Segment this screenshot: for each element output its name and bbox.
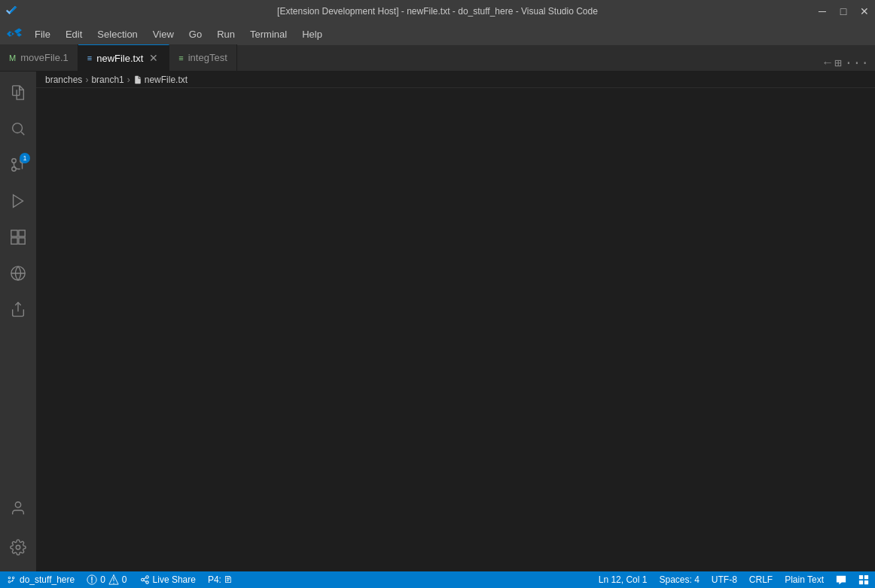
more-actions-button[interactable]: ··· bbox=[845, 56, 869, 71]
maximize-button[interactable]: □ bbox=[839, 7, 848, 16]
svg-point-2 bbox=[12, 159, 17, 163]
tab-icon-integtest: ≡ bbox=[178, 53, 183, 62]
menu-selection[interactable]: Selection bbox=[91, 27, 143, 41]
activity-accounts[interactable] bbox=[0, 490, 36, 526]
menu-bar: File Edit Selection View Go Run Terminal… bbox=[0, 23, 875, 45]
breadcrumb: branches › branch1 › newFile.txt bbox=[36, 72, 875, 88]
status-line-ending[interactable]: CRLF bbox=[743, 571, 779, 588]
activity-settings[interactable] bbox=[0, 529, 36, 565]
svg-rect-7 bbox=[19, 230, 25, 236]
activity-run-debug[interactable] bbox=[0, 183, 36, 219]
nav-back-button[interactable]: ← bbox=[824, 56, 831, 70]
breadcrumb-file[interactable]: newFile.txt bbox=[133, 75, 188, 85]
svg-rect-0 bbox=[13, 86, 20, 96]
warning-count: 0 bbox=[122, 574, 127, 585]
status-errors[interactable]: 0 0 bbox=[81, 571, 133, 588]
cursor-position: Ln 12, Col 1 bbox=[599, 574, 648, 585]
activity-remote-explorer[interactable] bbox=[0, 255, 36, 291]
status-bar-left: do_stuff_here 0 0 Live Share P4: 🖹 bbox=[0, 571, 239, 588]
main-layout: 1 bbox=[0, 72, 875, 571]
activity-extensions[interactable] bbox=[0, 219, 36, 255]
editor-layout-button[interactable]: ⊞ bbox=[834, 56, 842, 71]
breadcrumb-branches[interactable]: branches bbox=[45, 75, 82, 85]
svg-rect-6 bbox=[11, 230, 17, 236]
branch-name: do_stuff_here bbox=[20, 574, 75, 585]
menu-go[interactable]: Go bbox=[183, 27, 208, 41]
activity-bottom bbox=[0, 490, 36, 571]
line-numbers bbox=[36, 91, 74, 568]
activity-explorer[interactable] bbox=[0, 75, 36, 111]
title-bar-controls: ─ □ ✕ bbox=[818, 7, 869, 16]
menu-help[interactable]: Help bbox=[296, 27, 328, 41]
status-language[interactable]: Plain Text bbox=[779, 571, 830, 588]
status-branch[interactable]: do_stuff_here bbox=[0, 571, 81, 588]
status-cursor[interactable]: Ln 12, Col 1 bbox=[593, 571, 654, 588]
activity-source-control[interactable]: 1 bbox=[0, 147, 36, 183]
vscode-logo bbox=[6, 5, 18, 17]
menu-edit[interactable]: Edit bbox=[59, 27, 88, 41]
svg-rect-18 bbox=[859, 575, 863, 579]
svg-point-12 bbox=[15, 502, 20, 507]
menu-file[interactable]: File bbox=[29, 27, 56, 41]
svg-rect-8 bbox=[11, 238, 17, 244]
tab-newfile[interactable]: ≡ newFile.txt ✕ bbox=[78, 44, 170, 71]
svg-rect-19 bbox=[864, 575, 868, 579]
title-bar: [Extension Development Host] - newFile.t… bbox=[0, 0, 875, 23]
editor-actions: ← ⊞ ··· bbox=[818, 56, 875, 71]
tab-icon-newfile: ≡ bbox=[87, 53, 92, 62]
status-bar-right: Ln 12, Col 1 Spaces: 4 UTF-8 CRLF Plain … bbox=[593, 571, 875, 588]
error-count: 0 bbox=[100, 574, 105, 585]
minimize-button[interactable]: ─ bbox=[818, 7, 827, 16]
svg-point-1 bbox=[13, 123, 23, 133]
activity-liveshare[interactable] bbox=[0, 291, 36, 328]
title-bar-title: [Extension Development Host] - newFile.t… bbox=[277, 6, 598, 17]
svg-point-13 bbox=[16, 545, 20, 550]
menu-terminal[interactable]: Terminal bbox=[244, 27, 293, 41]
status-position-indicator[interactable]: P4: 🖹 bbox=[202, 571, 239, 588]
breadcrumb-sep-1: › bbox=[85, 75, 88, 85]
status-encoding[interactable]: UTF-8 bbox=[706, 571, 743, 588]
spaces-label: Spaces: 4 bbox=[659, 574, 699, 585]
tab-bar: M moveFile.1 ≡ newFile.txt ✕ ≡ integTest… bbox=[0, 45, 875, 72]
svg-point-15 bbox=[141, 578, 144, 581]
svg-point-16 bbox=[145, 576, 148, 579]
position-label: P4: 🖹 bbox=[208, 574, 233, 585]
menu-run[interactable]: Run bbox=[211, 27, 241, 41]
svg-rect-20 bbox=[859, 580, 863, 584]
menu-view[interactable]: View bbox=[147, 27, 180, 41]
editor-area: branches › branch1 › newFile.txt bbox=[36, 72, 875, 571]
source-control-badge: 1 bbox=[20, 153, 30, 163]
tab-label-newfile: newFile.txt bbox=[96, 53, 143, 64]
status-live-share[interactable]: Live Share bbox=[133, 571, 202, 588]
tab-label-movefile: moveFile.1 bbox=[20, 52, 69, 63]
activity-search[interactable] bbox=[0, 111, 36, 147]
status-layout[interactable] bbox=[852, 571, 875, 588]
vscode-icon bbox=[6, 26, 23, 42]
code-editor[interactable] bbox=[36, 88, 875, 571]
svg-point-17 bbox=[145, 581, 148, 584]
status-bar: do_stuff_here 0 0 Live Share P4: 🖹 bbox=[0, 571, 875, 588]
tab-icon-movefile: M bbox=[9, 53, 16, 62]
status-spaces[interactable]: Spaces: 4 bbox=[653, 571, 705, 588]
scrollbar[interactable] bbox=[864, 91, 875, 568]
svg-rect-9 bbox=[19, 238, 25, 244]
tab-close-newfile[interactable]: ✕ bbox=[148, 52, 160, 64]
svg-marker-5 bbox=[14, 195, 23, 208]
live-share-label: Live Share bbox=[153, 574, 196, 585]
svg-rect-21 bbox=[864, 580, 868, 584]
tab-label-integtest: integTest bbox=[188, 52, 227, 63]
status-feedback[interactable] bbox=[830, 571, 852, 588]
tab-integtest[interactable]: ≡ integTest bbox=[169, 44, 236, 71]
close-button[interactable]: ✕ bbox=[860, 7, 869, 16]
activity-bar: 1 bbox=[0, 72, 36, 571]
line-ending-label: CRLF bbox=[749, 574, 773, 585]
code-content[interactable] bbox=[74, 91, 864, 568]
tab-movefile[interactable]: M moveFile.1 bbox=[0, 44, 78, 71]
breadcrumb-branch1[interactable]: branch1 bbox=[91, 75, 123, 85]
encoding-label: UTF-8 bbox=[712, 574, 737, 585]
breadcrumb-sep-2: › bbox=[127, 75, 130, 85]
language-label: Plain Text bbox=[785, 574, 824, 585]
